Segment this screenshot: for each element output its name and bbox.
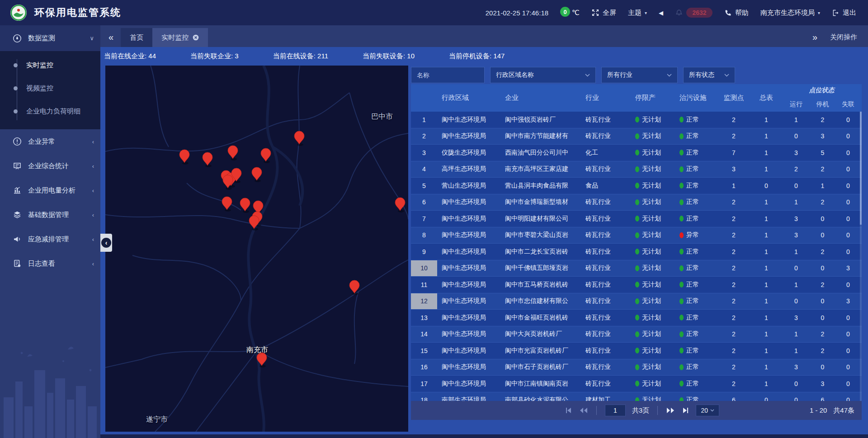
fullscreen-icon <box>591 9 599 17</box>
cell-running: 3 <box>783 211 810 227</box>
table-row[interactable]: 11 阆中生态环境局 阆中市五马桥页岩机砖 砖瓦行业 无计划 正常 2 1 1 … <box>411 277 862 293</box>
cell-points: 2 <box>717 343 750 359</box>
status-select[interactable]: 所有状态 <box>683 67 735 83</box>
table-row[interactable]: 12 阆中生态环境局 阆中市忠信建材有限公 砖瓦行业 无计划 正常 2 1 0 … <box>411 293 862 310</box>
table-row[interactable]: 13 阆中生态环境局 阆中市金福旺页岩机砖 砖瓦行业 无计划 正常 2 1 3 … <box>411 310 862 326</box>
mute-button[interactable]: ◀ <box>659 9 663 16</box>
sidebar-item-4[interactable]: 基础数据管理 ‹ <box>0 203 100 227</box>
col-index <box>411 84 437 112</box>
map-pin[interactable] <box>228 146 238 160</box>
table-row[interactable]: 15 阆中生态环境局 阆中市光富页岩机砖厂 砖瓦行业 无计划 正常 2 1 1 … <box>411 343 862 359</box>
cell-stopped: 5 <box>810 145 835 161</box>
map-panel[interactable]: 巴中市南充市遂宁市 <box>105 66 408 432</box>
gauge-icon <box>13 34 22 43</box>
page-size-select[interactable]: 20 <box>696 405 719 416</box>
map-pin[interactable] <box>249 216 259 231</box>
status-dot-icon <box>635 381 639 386</box>
region-select[interactable]: 行政区域名称 <box>490 67 596 83</box>
cell-running: 0 <box>783 178 810 194</box>
chevron-down-icon <box>585 74 590 77</box>
table-row[interactable]: 17 阆中生态环境局 阆中市江南镇阆南页岩 砖瓦行业 无计划 正常 2 1 0 … <box>411 376 862 392</box>
help-button[interactable]: 帮助 <box>724 9 749 17</box>
table-row[interactable]: 16 阆中生态环境局 阆中市石子页岩机砖厂 砖瓦行业 无计划 正常 2 1 3 … <box>411 359 862 376</box>
status-dot-icon <box>635 282 639 287</box>
status-bar: 当前在线企业: 44当前失联企业: 3当前在线设备: 211当前失联设备: 10… <box>100 47 868 66</box>
cell-running: 3 <box>783 359 810 376</box>
col-company: 企业 <box>500 84 581 112</box>
tab-0[interactable]: 首页 <box>121 28 152 47</box>
table-row[interactable]: 14 阆中生态环境局 阆中大兴页岩机砖厂 砖瓦行业 无计划 正常 2 1 1 2… <box>411 326 862 343</box>
status-dot-icon <box>679 249 684 254</box>
chevron-collapsed-icon: ‹ <box>92 187 94 194</box>
col-facility: 治污设施 <box>674 84 717 112</box>
page-number-input[interactable] <box>605 405 626 416</box>
status-dot-icon <box>679 381 684 386</box>
table-row[interactable]: 9 阆中生态环境局 阆中市二龙长宝页岩砖 砖瓦行业 无计划 正常 2 1 1 2… <box>411 244 862 260</box>
next-page-button[interactable] <box>666 407 675 414</box>
first-page-button[interactable] <box>565 407 573 414</box>
tabs-scroll-right-icon[interactable]: » <box>812 32 817 42</box>
table-row[interactable]: 5 营山生态环境局 营山县润丰肉食品有限 食品 无计划 正常 1 0 0 1 0 <box>411 178 862 194</box>
cell-facility-status: 正常 <box>674 260 717 277</box>
status-dot-icon <box>679 348 684 353</box>
cell-stopped: 6 <box>810 392 835 401</box>
map-pin[interactable] <box>252 167 262 182</box>
sidebar-subitem-0[interactable]: 实时监控 <box>0 54 100 77</box>
temperature-unit: ℃ <box>572 9 580 17</box>
table-row[interactable]: 6 阆中生态环境局 阆中市金博瑞新型墙材 砖瓦行业 无计划 正常 2 1 1 2… <box>411 194 862 211</box>
cell-industry: 化工 <box>581 145 630 161</box>
sidebar-item-5[interactable]: 应急减排管理 ‹ <box>0 227 100 251</box>
last-page-button[interactable] <box>681 407 689 414</box>
cell-company: 阆中千佛镇五郎垭页岩 <box>500 260 581 277</box>
map-pin[interactable] <box>203 152 212 167</box>
map-pin[interactable] <box>222 197 232 212</box>
notifications-button[interactable]: 2632 <box>675 8 712 18</box>
tabs-scroll-left-icon[interactable]: « <box>100 32 121 47</box>
cell-region: 营山生态环境局 <box>437 178 500 194</box>
theme-menu[interactable]: 主题 ▾ <box>628 9 647 17</box>
table-row[interactable]: 8 阆中生态环境局 阆中市枣碧大梁山页岩 砖瓦行业 无计划 异常 2 1 3 0… <box>411 227 862 244</box>
cell-meters: 1 <box>750 359 783 376</box>
sidebar-subitem-1[interactable]: 视频监控 <box>0 77 100 100</box>
map-pin[interactable] <box>395 198 405 212</box>
cell-points: 6 <box>717 392 750 401</box>
cell-limit-status: 无计划 <box>630 178 674 194</box>
table-row[interactable]: 2 阆中生态环境局 阆中市南方节能建材有 砖瓦行业 无计划 正常 2 1 0 3… <box>411 128 862 145</box>
tab-1[interactable]: 实时监控 <box>152 28 208 47</box>
cell-limit-status: 无计划 <box>630 260 674 277</box>
org-menu[interactable]: 南充市生态环境局 ▾ <box>760 9 820 17</box>
table-row[interactable]: 18 南部生态环境局 南部县砂化水泥有限公 建材加工 无计划 正常 6 0 0 … <box>411 392 862 401</box>
fullscreen-button[interactable]: 全屏 <box>591 9 616 17</box>
status-dot-icon <box>635 150 639 155</box>
status-dot-icon <box>679 298 684 304</box>
name-search-input[interactable] <box>411 67 485 83</box>
industry-select[interactable]: 所有行业 <box>601 67 678 83</box>
table-row[interactable]: 3 仪陇生态环境局 西南油气田分公司川中 化工 无计划 正常 7 1 3 5 0 <box>411 145 862 161</box>
row-index: 10 <box>411 260 437 277</box>
map-pin[interactable] <box>240 198 250 213</box>
table-scrollbar-thumb[interactable] <box>860 112 862 225</box>
map-pin[interactable] <box>294 131 304 146</box>
map-sidebar-collapse-button[interactable]: ‹ <box>100 234 112 252</box>
sidebar-item-3[interactable]: 企业用电量分析 ‹ <box>0 178 100 203</box>
close-operations-button[interactable]: 关闭操作 <box>830 33 857 42</box>
sidebar-subitem-2[interactable]: 企业电力负荷明细 <box>0 100 100 123</box>
table-row[interactable]: 7 阆中生态环境局 阆中明阳建材有限公司 砖瓦行业 无计划 正常 2 1 3 0… <box>411 211 862 227</box>
sidebar-item-1[interactable]: 企业异常 ‹ <box>0 129 100 154</box>
cell-offline: 0 <box>835 359 861 376</box>
sidebar-item-2[interactable]: 企业综合统计 ‹ <box>0 154 100 178</box>
table-row[interactable]: 1 阆中生态环境局 阆中强锐页岩砖厂 砖瓦行业 无计划 正常 2 1 1 2 0 <box>411 112 862 128</box>
logout-button[interactable]: 退出 <box>832 9 856 17</box>
map-pin[interactable] <box>179 150 189 165</box>
table-row[interactable]: 4 高坪生态环境局 南充市高坪区王家店建 砖瓦行业 无计划 正常 3 1 2 2… <box>411 161 862 178</box>
map-pin[interactable] <box>261 148 271 163</box>
table-row[interactable]: 10 阆中生态环境局 阆中千佛镇五郎垭页岩 砖瓦行业 无计划 正常 2 1 0 … <box>411 260 862 277</box>
cell-industry: 砖瓦行业 <box>581 343 630 359</box>
close-icon[interactable] <box>193 34 199 41</box>
status-dot-icon <box>679 216 684 221</box>
sidebar-item-6[interactable]: 日志查看 ‹ <box>0 251 100 276</box>
map-pin[interactable] <box>223 175 233 190</box>
cell-points: 2 <box>717 376 750 392</box>
sidebar-item-0[interactable]: 数据监测 ∨ <box>0 25 100 51</box>
prev-page-button[interactable] <box>579 407 588 414</box>
